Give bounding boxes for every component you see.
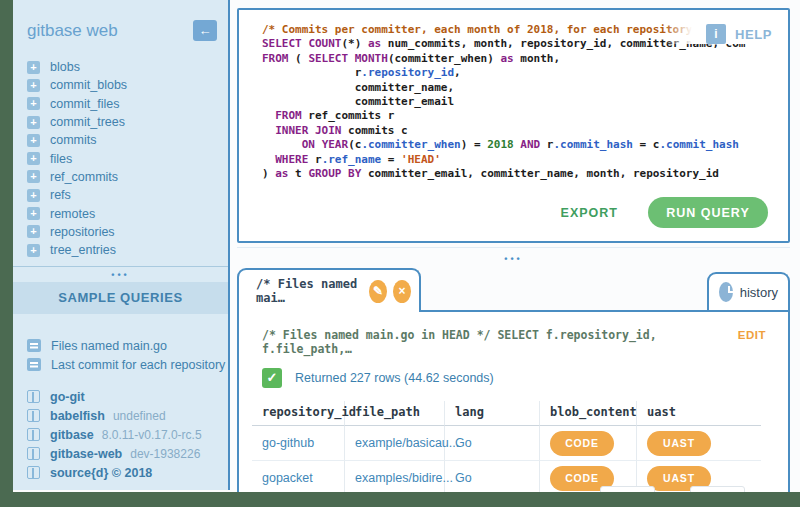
pencil-icon: ✎ (373, 284, 383, 298)
close-tab-button[interactable]: × (393, 280, 411, 303)
export-button[interactable]: EXPORT (561, 206, 618, 220)
columns-icon (27, 447, 40, 460)
sample-query-item[interactable]: Last commit for each repository (13, 355, 228, 374)
panel-resize-divider[interactable]: ••• (237, 247, 790, 266)
info-icon: i (706, 24, 726, 44)
success-check-icon: ✓ (262, 368, 282, 388)
repo-item[interactable]: source{d} © 2018 (13, 463, 228, 482)
clock-icon (719, 282, 733, 302)
collapse-sidebar-button[interactable]: ← (193, 20, 217, 41)
table-name: commits (50, 133, 97, 147)
sample-query-label: Files named main.go (51, 339, 167, 353)
cell-value[interactable]: Go (455, 471, 472, 485)
plus-icon: + (27, 225, 40, 238)
repos-list: go-gitbabelfishundefinedgitbase8.0.11-v0… (13, 387, 228, 482)
table-name: commit_files (50, 97, 119, 111)
sidebar-item-remotes[interactable]: +remotes (13, 204, 228, 222)
table-name: remotes (50, 207, 95, 221)
sidebar-item-repositories[interactable]: +repositories (13, 223, 228, 241)
left-arrow-icon: ← (199, 23, 212, 38)
repo-name: babelfish (50, 409, 105, 423)
results-table: repository_idfile_pathlangblob_contentua… (252, 401, 788, 496)
table-name: repositories (50, 225, 115, 239)
close-icon: × (399, 284, 406, 298)
columns-icon (27, 390, 40, 403)
cell-value[interactable]: examples/bidire... (355, 471, 453, 485)
sample-queries-header: SAMPLE QUERIES (13, 282, 228, 314)
repo-item[interactable]: go-git (13, 387, 228, 406)
app-title: gitbase web (27, 21, 118, 41)
sidebar-item-commit_blobs[interactable]: +commit_blobs (13, 76, 228, 94)
column-header-repository_id: repository_id (252, 401, 345, 426)
sample-query-label: Last commit for each repository (51, 358, 225, 372)
results-panel: /* Files named main.go in HEAD */ SELECT… (237, 310, 790, 507)
sql-editor[interactable]: /* Commits per committer, each month of … (262, 23, 746, 181)
cell-value[interactable]: example/basicau... (355, 436, 459, 450)
columns-icon (27, 466, 40, 479)
plus-icon: + (27, 79, 40, 92)
column-header-file_path: file_path (345, 401, 445, 426)
table-name: commit_blobs (50, 78, 127, 92)
repo-item[interactable]: gitbase8.0.11-v0.17.0-rc.5 (13, 425, 228, 444)
cell-blob_content: CODE (540, 426, 637, 461)
cell-repository_id: gopacket (252, 461, 345, 496)
sidebar-item-ref_commits[interactable]: +ref_commits (13, 168, 228, 186)
cell-lang: Go (445, 426, 540, 461)
sample-query-item[interactable]: Files named main.go (13, 336, 228, 355)
plus-icon: + (27, 61, 40, 74)
query-doc-icon (27, 339, 41, 352)
sidebar-item-files[interactable]: +files (13, 149, 228, 167)
column-header-blob_content: blob_content (540, 401, 637, 426)
sidebar-expand-dots[interactable]: ••• (13, 267, 228, 282)
repo-version: undefined (113, 409, 166, 423)
cell-value[interactable]: go-github (262, 436, 314, 450)
repo-item[interactable]: gitbase-webdev-1938226 (13, 444, 228, 463)
sample-queries-list: Files named main.goLast commit for each … (13, 336, 228, 374)
repo-item[interactable]: babelfishundefined (13, 406, 228, 425)
cell-value[interactable]: Go (455, 436, 472, 450)
status-text: Returned 227 rows (44.62 seconds) (295, 371, 494, 385)
sidebar-item-commits[interactable]: +commits (13, 131, 228, 149)
divider-dots: ••• (504, 254, 522, 264)
history-tab[interactable]: history (707, 272, 790, 310)
sidebar-item-commit_files[interactable]: +commit_files (13, 95, 228, 113)
plus-icon: + (27, 170, 40, 183)
page-background-bottom (0, 492, 800, 507)
cell-file_path: examples/bidire... (345, 461, 445, 496)
edit-button[interactable]: EDIT (738, 329, 766, 341)
cell-value[interactable]: gopacket (262, 471, 313, 485)
blob_content-button[interactable]: CODE (550, 431, 614, 456)
column-header-lang: lang (445, 401, 540, 426)
edit-query-button[interactable]: ✎ (369, 280, 387, 303)
status-row: ✓ Returned 227 rows (44.62 seconds) (262, 368, 788, 388)
repo-name: gitbase-web (50, 447, 122, 461)
table-name: refs (50, 188, 71, 202)
cell-file_path: example/basicau... (345, 426, 445, 461)
sidebar-item-refs[interactable]: +refs (13, 186, 228, 204)
sidebar: gitbase web ← +blobs+commit_blobs+commit… (13, 0, 230, 490)
table-name: files (50, 152, 72, 166)
cell-uast: UAST (637, 426, 761, 461)
page-background-left (0, 0, 13, 507)
run-query-button[interactable]: RUN QUERY (648, 197, 768, 228)
table-name: tree_entries (50, 243, 116, 257)
help-button[interactable]: i HELP (664, 24, 772, 44)
plus-icon: + (27, 244, 40, 257)
sidebar-item-commit_trees[interactable]: +commit_trees (13, 113, 228, 131)
sidebar-item-blobs[interactable]: +blobs (13, 58, 228, 76)
result-tab-title: /* Files named mai… (256, 277, 363, 305)
column-header-uast: uast (637, 401, 761, 426)
repo-name: gitbase (50, 428, 94, 442)
gitbase-web-app: gitbase web ← +blobs+commit_blobs+commit… (0, 0, 800, 507)
cell-repository_id: go-github (252, 426, 345, 461)
history-label: history (740, 285, 778, 300)
query-editor-panel: /* Commits per committer, each month of … (237, 8, 790, 243)
plus-icon: + (27, 207, 40, 220)
sidebar-item-tree_entries[interactable]: +tree_entries (13, 241, 228, 259)
repo-version: 8.0.11-v0.17.0-rc.5 (102, 428, 202, 442)
plus-icon: + (27, 116, 40, 129)
table-name: commit_trees (50, 115, 125, 129)
uast-button[interactable]: UAST (647, 431, 711, 456)
cell-lang: Go (445, 461, 540, 496)
result-tab-active[interactable]: /* Files named mai… ✎ × (237, 268, 421, 312)
